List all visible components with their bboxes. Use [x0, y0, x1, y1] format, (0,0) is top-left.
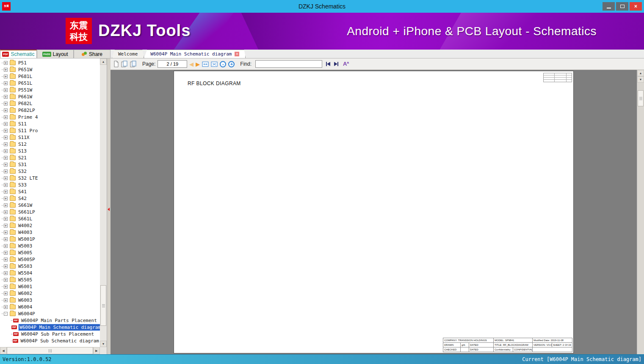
fit-width-icon[interactable] — [202, 61, 209, 67]
tree-folder[interactable]: +W5005P — [0, 256, 100, 263]
expand-icon[interactable]: + — [4, 68, 8, 72]
tree-folder[interactable]: +S42 — [0, 195, 100, 202]
tree-folder[interactable]: +S11 — [0, 120, 100, 127]
tree-file[interactable]: PDFW6004P Sub Schematic diagram — [0, 337, 100, 344]
viewer-scrollbar-thumb[interactable] — [638, 90, 644, 106]
tree-folder[interactable]: +W6001 — [0, 283, 100, 290]
expand-icon[interactable]: + — [4, 258, 8, 261]
pdf-viewer[interactable]: RF BLOCK DIAGRAM COMPANY: TRANSSION HOLD… — [111, 70, 644, 354]
tree-folder[interactable]: +S12 — [0, 141, 100, 147]
expand-icon[interactable]: + — [4, 231, 8, 234]
next-page-icon[interactable]: ▶ — [196, 61, 200, 67]
tree-folder[interactable]: +W5005 — [0, 249, 100, 256]
expand-icon[interactable]: + — [4, 88, 8, 92]
tree-folder[interactable]: +S11 Pro — [0, 127, 100, 134]
expand-icon[interactable]: + — [4, 224, 8, 228]
scroll-up-icon[interactable]: ▲ — [637, 70, 644, 76]
tree-folder[interactable]: +S31 — [0, 161, 100, 168]
expand-icon[interactable]: + — [4, 176, 8, 180]
expand-icon[interactable]: + — [4, 115, 8, 119]
minimize-button[interactable] — [603, 2, 615, 11]
expand-icon[interactable]: + — [4, 237, 8, 241]
tree-folder[interactable]: +P651W — [0, 66, 100, 73]
expand-icon[interactable]: + — [4, 169, 8, 173]
expand-icon[interactable]: + — [4, 305, 8, 309]
expand-icon[interactable]: + — [4, 298, 8, 302]
expand-icon[interactable]: + — [4, 156, 8, 160]
tree-folder[interactable]: +S13 — [0, 147, 100, 154]
zoom-out-icon[interactable]: - — [220, 61, 226, 67]
tree-folder[interactable]: +W5003 — [0, 242, 100, 249]
tab-layout[interactable]: PADS Layout — [37, 50, 74, 58]
tab-schematic[interactable]: PDF Schematic — [0, 50, 37, 58]
tree-folder[interactable]: -W6004P — [0, 310, 100, 317]
tree-folder[interactable]: +S32 — [0, 168, 100, 175]
scroll-down-icon[interactable]: ▼ — [637, 76, 644, 83]
single-page-icon[interactable] — [113, 61, 119, 67]
expand-icon[interactable]: + — [4, 163, 8, 167]
scroll-down-icon[interactable]: ▼ — [100, 341, 107, 347]
expand-icon[interactable]: + — [4, 244, 8, 248]
tree-folder[interactable]: +P682L — [0, 100, 100, 107]
tree-folder[interactable]: +W6003 — [0, 297, 100, 303]
tree-folder[interactable]: +W5505 — [0, 276, 100, 283]
expand-icon[interactable]: + — [4, 136, 8, 139]
expand-icon[interactable]: + — [4, 210, 8, 214]
tree-folder[interactable]: +S661LP — [0, 208, 100, 215]
expand-icon[interactable]: + — [4, 142, 8, 146]
page-input[interactable] — [158, 60, 187, 68]
tree-folder[interactable]: +S33 — [0, 181, 100, 188]
tree-folder[interactable]: +S661L — [0, 215, 100, 222]
tree-folder[interactable]: +P681L — [0, 73, 100, 80]
expand-icon[interactable]: + — [4, 203, 8, 207]
expand-icon[interactable]: + — [4, 122, 8, 126]
collapse-arrow-icon[interactable] — [108, 208, 110, 211]
tree-folder[interactable]: +W4002 — [0, 222, 100, 229]
maximize-button[interactable] — [616, 2, 628, 11]
titlebar[interactable]: 东震 DZKJ Schematics × — [0, 0, 644, 13]
expand-icon[interactable]: + — [4, 61, 8, 65]
close-button[interactable]: × — [630, 2, 642, 11]
tree-folder[interactable]: +S41 — [0, 188, 100, 195]
expand-icon[interactable]: + — [4, 129, 8, 133]
tree-folder[interactable]: +W5503 — [0, 263, 100, 270]
tree-folder[interactable]: +W5504 — [0, 270, 100, 276]
fit-page-icon[interactable] — [211, 61, 218, 67]
expand-icon[interactable]: + — [4, 108, 8, 112]
tree-horizontal-scrollbar[interactable]: ◀ ▶ — [0, 347, 100, 354]
scroll-left-icon[interactable]: ◀ — [0, 347, 7, 354]
expand-icon[interactable]: + — [4, 81, 8, 85]
collapse-icon[interactable]: - — [4, 312, 8, 316]
tree-file[interactable]: PDFW6004P Sub Parts Placement — [0, 331, 100, 337]
zoom-in-icon[interactable]: + — [228, 61, 235, 67]
expand-icon[interactable]: + — [4, 197, 8, 200]
scroll-up-icon[interactable]: ▲ — [100, 58, 107, 65]
doc-tab-welcome[interactable]: Welcome — [112, 50, 144, 58]
tree-folder[interactable]: +P661W — [0, 93, 100, 100]
expand-icon[interactable]: + — [4, 75, 8, 78]
tree-folder[interactable]: +Prime 4 — [0, 114, 100, 120]
tree-folder[interactable]: +P682LP — [0, 107, 100, 114]
tree-folder[interactable]: +W4003 — [0, 229, 100, 236]
tree-folder[interactable]: +P651L — [0, 80, 100, 86]
expand-icon[interactable]: + — [4, 264, 8, 268]
tree-file[interactable]: PDFW6004P Main Schematic diagram — [0, 324, 100, 331]
match-case-icon[interactable]: Aa — [343, 61, 349, 67]
tab-close-icon[interactable]: × — [235, 52, 239, 56]
panel-splitter[interactable] — [107, 58, 111, 354]
find-input[interactable] — [255, 60, 322, 68]
expand-icon[interactable]: + — [4, 95, 8, 99]
expand-icon[interactable]: + — [4, 278, 8, 282]
tree-folder[interactable]: +W6004 — [0, 303, 100, 310]
tab-share[interactable]: Share — [74, 50, 111, 58]
find-previous-icon[interactable] — [326, 61, 330, 67]
expand-icon[interactable]: + — [4, 251, 8, 255]
expand-icon[interactable]: + — [4, 183, 8, 187]
tree-folder[interactable]: +P51 — [0, 59, 100, 66]
tree-file[interactable]: PDFW6004P Main Parts Placement — [0, 317, 100, 324]
expand-icon[interactable]: + — [4, 190, 8, 194]
prev-page-icon[interactable]: ◀ — [189, 61, 193, 67]
tree-folder[interactable]: +S32 LTE — [0, 175, 100, 181]
expand-icon[interactable]: + — [4, 285, 8, 289]
page-copy-icon[interactable] — [130, 61, 137, 67]
